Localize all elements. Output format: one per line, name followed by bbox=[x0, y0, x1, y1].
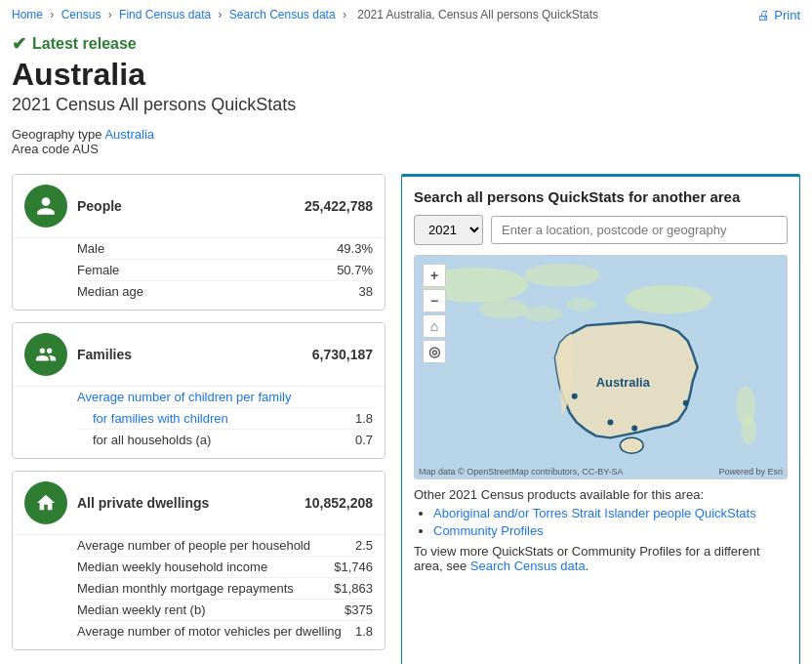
map-controls: + − ⌂ ◎ bbox=[423, 264, 446, 363]
zoom-in-button[interactable]: + bbox=[423, 264, 446, 287]
page-title: Australia bbox=[0, 55, 812, 93]
people-main-value: 25,422,788 bbox=[304, 198, 373, 214]
right-panel: Search all persons QuickStats for anothe… bbox=[401, 174, 800, 664]
page-subtitle: 2021 Census All persons QuickStats bbox=[0, 93, 812, 121]
svg-text:Australia: Australia bbox=[596, 375, 651, 390]
product-community: Community Profiles bbox=[433, 523, 788, 538]
left-panel: People 25,422,788 Male 49.3% Female 50.7… bbox=[12, 174, 386, 664]
people-title: People bbox=[77, 198, 122, 214]
people-section: People 25,422,788 Male 49.3% Female 50.7… bbox=[12, 174, 386, 311]
product-indigenous: Aboriginal and/or Torres Strait Islander… bbox=[433, 506, 788, 520]
other-products: Other 2021 Census products available for… bbox=[414, 487, 788, 538]
search-bar: 2021 2016 2011 bbox=[414, 215, 788, 245]
view-more-link[interactable]: Search Census data bbox=[470, 559, 586, 573]
families-all-households-row: for all households (a) 0.7 bbox=[77, 430, 373, 450]
dwellings-avg-people-row: Average number of people per household 2… bbox=[77, 535, 373, 557]
svg-point-13 bbox=[631, 425, 637, 431]
location-input[interactable] bbox=[491, 216, 788, 244]
people-icon bbox=[24, 185, 67, 228]
svg-point-5 bbox=[567, 298, 596, 311]
svg-point-9 bbox=[620, 437, 643, 453]
dwellings-median-income-row: Median weekly household income $1,746 bbox=[77, 557, 373, 578]
layers-button[interactable]: ◎ bbox=[423, 340, 446, 363]
breadcrumb: Home › Census › Find Census data › Searc… bbox=[0, 0, 614, 29]
dwellings-main-value: 10,852,208 bbox=[304, 495, 373, 511]
map-attribution: Map data © OpenStreetMap contributors, C… bbox=[419, 467, 623, 477]
families-with-children-row: for families with children 1.8 bbox=[77, 408, 373, 430]
meta-info: Geography type Australia Area code AUS bbox=[0, 121, 812, 162]
svg-point-6 bbox=[625, 285, 711, 314]
area-code-label: Area code bbox=[12, 142, 69, 156]
families-avg-children-row: Average number of children per family bbox=[77, 387, 373, 408]
breadcrumb-find[interactable]: Find Census data bbox=[119, 8, 211, 21]
dwellings-mortgage-row: Median monthly mortgage repayments $1,86… bbox=[77, 578, 373, 600]
dwellings-title: All private dwellings bbox=[77, 495, 209, 511]
year-select[interactable]: 2021 2016 2011 bbox=[414, 215, 483, 245]
families-icon bbox=[24, 333, 67, 376]
geography-type-value[interactable]: Australia bbox=[104, 127, 154, 142]
home-button[interactable]: ⌂ bbox=[423, 314, 446, 338]
svg-point-15 bbox=[607, 420, 613, 426]
latest-release-badge: ✔ Latest release bbox=[0, 29, 812, 55]
people-male-row: Male 49.3% bbox=[77, 238, 373, 260]
dwellings-vehicles-row: Average number of motor vehicles per dwe… bbox=[77, 621, 373, 642]
dwellings-section: All private dwellings 10,852,208 Average… bbox=[12, 471, 386, 650]
svg-point-4 bbox=[523, 307, 562, 322]
svg-point-2 bbox=[523, 264, 600, 287]
check-icon: ✔ bbox=[12, 33, 26, 55]
breadcrumb-home[interactable]: Home bbox=[12, 8, 43, 21]
svg-point-3 bbox=[480, 300, 529, 319]
breadcrumb-census[interactable]: Census bbox=[61, 8, 102, 21]
breadcrumb-search[interactable]: Search Census data bbox=[229, 8, 336, 21]
svg-point-16 bbox=[572, 394, 578, 399]
svg-point-12 bbox=[741, 416, 756, 445]
dwellings-rent-row: Median weekly rent (b) $375 bbox=[77, 600, 373, 621]
families-title: Families bbox=[77, 347, 132, 362]
print-button[interactable]: 🖨 Print bbox=[757, 8, 800, 22]
families-section: Families 6,730,187 Average number of chi… bbox=[12, 322, 386, 459]
zoom-out-button[interactable]: − bbox=[423, 289, 446, 312]
geography-type-label: Geography type bbox=[12, 127, 102, 142]
view-more: To view more QuickStats or Community Pro… bbox=[414, 544, 788, 573]
svg-point-14 bbox=[683, 400, 689, 406]
search-panel-title: Search all persons QuickStats for anothe… bbox=[414, 188, 788, 205]
product-community-link[interactable]: Community Profiles bbox=[433, 523, 544, 538]
map-powered: Powered by Esri bbox=[718, 467, 783, 477]
area-code-value: AUS bbox=[72, 142, 99, 156]
dwellings-icon bbox=[24, 481, 67, 524]
families-main-value: 6,730,187 bbox=[312, 347, 373, 362]
map-container: Australia + − ⌂ ◎ Map data © OpenStreetM… bbox=[414, 255, 788, 479]
people-median-age-row: Median age 38 bbox=[77, 281, 373, 302]
breadcrumb-current: 2021 Australia, Census All persons Quick… bbox=[357, 8, 598, 21]
other-products-label: Other 2021 Census products available for… bbox=[414, 487, 704, 502]
people-female-row: Female 50.7% bbox=[77, 260, 373, 281]
printer-icon: 🖨 bbox=[757, 8, 770, 22]
product-indigenous-link[interactable]: Aboriginal and/or Torres Strait Islander… bbox=[433, 506, 756, 520]
